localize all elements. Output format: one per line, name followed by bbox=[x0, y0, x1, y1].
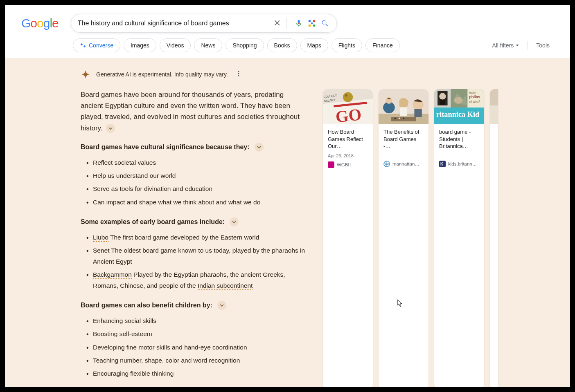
heading-text: Board games have cultural significance b… bbox=[81, 143, 250, 151]
more-icon[interactable] bbox=[234, 69, 244, 80]
list-item: Encouraging flexible thinking bbox=[86, 368, 307, 379]
all-filters[interactable]: All filters bbox=[492, 42, 519, 49]
svg-point-13 bbox=[345, 94, 347, 97]
svg-rect-1 bbox=[313, 20, 316, 22]
chip-converse[interactable]: Converse bbox=[73, 38, 120, 52]
svg-point-7 bbox=[238, 75, 239, 76]
chip-shopping[interactable]: Shopping bbox=[225, 38, 264, 52]
search-input[interactable] bbox=[78, 20, 269, 27]
source-label: manhattan… bbox=[392, 161, 419, 166]
svg-text:GO: GO bbox=[335, 105, 363, 124]
list-item: Teaching number, shape, color and word r… bbox=[86, 355, 307, 366]
favicon bbox=[383, 161, 390, 167]
favicon: K bbox=[439, 161, 446, 167]
section-2-heading: Some examples of early board games inclu… bbox=[81, 217, 307, 226]
svg-text:of wisd: of wisd bbox=[469, 100, 480, 104]
clear-icon[interactable]: ✕ bbox=[272, 18, 282, 28]
favicon bbox=[328, 161, 334, 168]
list-item: Boosting self-esteem bbox=[86, 329, 307, 339]
svg-point-3 bbox=[313, 25, 316, 27]
sparkle-icon bbox=[81, 69, 90, 79]
divider bbox=[528, 41, 528, 49]
chip-books[interactable]: Books bbox=[267, 38, 297, 52]
svg-text:lasts!: lasts! bbox=[469, 91, 476, 94]
list-3: Enhancing social skills Boosting self-es… bbox=[86, 316, 307, 379]
card-source: manhattan… bbox=[383, 161, 424, 167]
list-text: The first board game developed by the Ea… bbox=[108, 234, 259, 241]
svg-text:K: K bbox=[440, 162, 444, 166]
svg-point-25 bbox=[395, 117, 396, 119]
chip-images[interactable]: Images bbox=[124, 38, 156, 52]
source-card[interactable]: lasts!philosof wisdritannica Kid board g… bbox=[434, 89, 484, 387]
term-link[interactable]: Backgammon bbox=[93, 271, 132, 279]
mic-icon[interactable] bbox=[294, 18, 304, 28]
svg-point-32 bbox=[439, 93, 446, 99]
chip-finance[interactable]: Finance bbox=[365, 38, 400, 52]
list-item: Enhancing social skills bbox=[86, 316, 307, 326]
expand-icon[interactable] bbox=[217, 301, 226, 310]
lens-icon[interactable] bbox=[307, 18, 317, 28]
header: Google ✕ Converse I bbox=[5, 5, 570, 58]
svg-point-4 bbox=[311, 22, 313, 25]
google-logo[interactable]: Google bbox=[21, 16, 59, 30]
card-title: The Benefits of Board Games -… bbox=[383, 128, 424, 150]
list-item: Liubo The first board game developed by … bbox=[86, 232, 307, 243]
card-thumbnail: GOCOLLECTSALARY bbox=[323, 89, 373, 124]
svg-point-6 bbox=[238, 73, 239, 74]
expand-icon[interactable] bbox=[230, 217, 239, 226]
card-source: K kids.britann… bbox=[439, 161, 479, 167]
chip-maps[interactable]: Maps bbox=[300, 38, 328, 52]
source-label: WGBH bbox=[337, 162, 352, 167]
svg-rect-43 bbox=[490, 105, 498, 124]
heading-text: Some examples of early board games inclu… bbox=[81, 218, 225, 226]
expand-icon[interactable] bbox=[255, 143, 264, 152]
source-card-partial[interactable] bbox=[490, 89, 498, 387]
svg-point-35 bbox=[454, 97, 462, 104]
source-card[interactable]: The Benefits of Board Games -… manhattan… bbox=[379, 89, 428, 387]
list-item: Senet The oldest board game known to us … bbox=[86, 245, 307, 267]
svg-text:ritannica Kid: ritannica Kid bbox=[436, 110, 479, 119]
term-link[interactable]: Indian subcontinent bbox=[198, 282, 253, 290]
search-bar[interactable]: ✕ bbox=[71, 14, 337, 33]
filter-chips: Converse Images Videos News Shopping Boo… bbox=[21, 33, 562, 58]
svg-rect-2 bbox=[309, 25, 311, 27]
card-title: board game - Students | Britannica… bbox=[439, 128, 479, 150]
list-2: Liubo The first board game developed by … bbox=[86, 232, 307, 291]
heading-text: Board games can also benefit children by… bbox=[81, 302, 212, 309]
source-card[interactable]: GOCOLLECTSALARY How Board Games Reflect … bbox=[323, 89, 373, 387]
expand-icon[interactable] bbox=[106, 124, 115, 133]
svg-rect-23 bbox=[414, 109, 422, 117]
tools-button[interactable]: Tools bbox=[536, 42, 550, 49]
list-item: Reflect societal values bbox=[86, 157, 307, 168]
ai-answer: Board games have been around for thousan… bbox=[81, 89, 307, 387]
term-link[interactable]: Liubo bbox=[93, 234, 108, 242]
divider bbox=[286, 18, 286, 29]
section-1-heading: Board games have cultural significance b… bbox=[81, 143, 307, 152]
list-1: Reflect societal values Help us understa… bbox=[86, 157, 307, 208]
card-title: How Board Games Reflect Our… bbox=[328, 128, 368, 150]
section-3-heading: Board games can also benefit children by… bbox=[81, 301, 307, 310]
svg-rect-21 bbox=[400, 108, 407, 116]
chip-news[interactable]: News bbox=[194, 38, 222, 52]
svg-point-26 bbox=[399, 117, 400, 119]
svg-rect-0 bbox=[309, 20, 311, 22]
svg-point-12 bbox=[343, 92, 353, 102]
chip-label: Converse bbox=[89, 42, 113, 49]
summary-paragraph: Board games have been around for thousan… bbox=[81, 89, 307, 134]
search-icon[interactable] bbox=[320, 18, 330, 28]
list-item: Can impact and shape what we think about… bbox=[86, 197, 307, 208]
svg-rect-33 bbox=[440, 100, 445, 105]
list-item: Help us understand our world bbox=[86, 170, 307, 181]
list-item: Serve as tools for divination and educat… bbox=[86, 184, 307, 194]
svg-text:philos: philos bbox=[469, 95, 480, 99]
svg-point-27 bbox=[403, 117, 404, 119]
ai-disclaimer: Generative AI is experimental. Info qual… bbox=[96, 71, 228, 78]
all-filters-label: All filters bbox=[492, 42, 514, 49]
chip-flights[interactable]: Flights bbox=[331, 38, 362, 52]
svg-point-5 bbox=[238, 71, 239, 72]
source-cards: GOCOLLECTSALARY How Board Games Reflect … bbox=[323, 89, 498, 387]
list-item: Backgammon Played by the Egyptian pharao… bbox=[86, 269, 307, 291]
chip-videos[interactable]: Videos bbox=[160, 38, 191, 52]
card-thumbnail bbox=[379, 89, 428, 124]
card-thumbnail: lasts!philosof wisdritannica Kid bbox=[434, 89, 484, 124]
